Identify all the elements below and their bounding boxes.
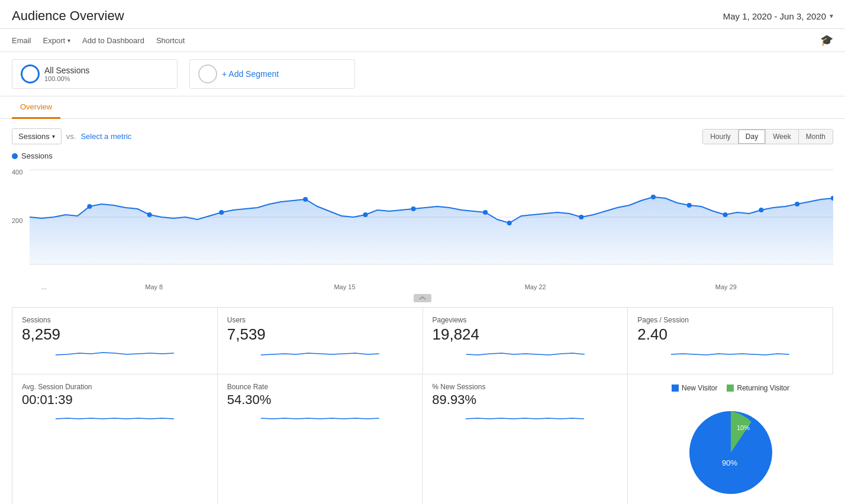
chart-dot bbox=[687, 203, 692, 208]
chart-dot bbox=[87, 204, 92, 209]
date-range-selector[interactable]: May 1, 2020 - Jun 3, 2020 ▾ bbox=[723, 11, 833, 21]
tab-overview[interactable]: Overview bbox=[12, 96, 60, 119]
segment-circle-icon bbox=[21, 64, 40, 83]
export-button[interactable]: Export ▾ bbox=[43, 36, 71, 45]
x-label-may15: May 15 bbox=[249, 283, 440, 290]
pie-returning-pct-text: 10% bbox=[737, 424, 750, 431]
y-axis-400: 400 bbox=[12, 169, 22, 176]
y-axis-200: 200 bbox=[12, 217, 22, 224]
pie-returning-label: Returning Visitor bbox=[737, 384, 789, 392]
add-dashboard-button[interactable]: Add to Dashboard bbox=[82, 36, 144, 45]
sessions-sparkline bbox=[22, 346, 208, 364]
chart-dot bbox=[759, 208, 763, 212]
metric-avg-session-duration: Avg. Session Duration 00:01:39 bbox=[12, 374, 218, 504]
br-sparkline bbox=[227, 410, 413, 428]
metric-pps-label: Pages / Session bbox=[637, 316, 823, 324]
pie-returning-dot bbox=[727, 385, 734, 392]
metrics-grid-bottom: Avg. Session Duration 00:01:39 Bounce Ra… bbox=[12, 374, 628, 504]
metric-bounce-rate: Bounce Rate 54.30% bbox=[218, 374, 423, 504]
time-btn-day[interactable]: Day bbox=[738, 130, 766, 144]
metric-sessions-value: 8,259 bbox=[22, 325, 208, 344]
bottom-section: Avg. Session Duration 00:01:39 Bounce Ra… bbox=[12, 374, 833, 504]
metric-users-value: 7,539 bbox=[227, 325, 413, 344]
metric-asd-value: 00:01:39 bbox=[22, 392, 208, 408]
asd-sparkline bbox=[22, 410, 208, 428]
segment-bar: All Sessions 100.00% + Add Segment bbox=[0, 52, 845, 96]
chart-svg bbox=[30, 164, 833, 270]
pie-legend: New Visitor Returning Visitor bbox=[672, 384, 789, 392]
metric-ns-label: % New Sessions bbox=[432, 383, 618, 391]
x-axis: ... May 8 May 15 May 22 May 29 bbox=[12, 282, 833, 294]
chart-area bbox=[30, 197, 833, 264]
metric-br-label: Bounce Rate bbox=[227, 383, 413, 391]
sessions-chart: 400 200 bbox=[12, 164, 833, 282]
graduation-cap-icon: 🎓 bbox=[820, 34, 833, 46]
toolbar: Email Export ▾ Add to Dashboard Shortcut… bbox=[0, 29, 845, 52]
metric-sessions-label: Sessions bbox=[22, 316, 208, 324]
time-btn-month[interactable]: Month bbox=[799, 130, 833, 144]
metric-selector: Sessions ▾ vs. Select a metric bbox=[12, 128, 131, 144]
chart-dot bbox=[795, 202, 799, 206]
metric-ns-value: 89.93% bbox=[432, 392, 618, 408]
x-label-dots: ... bbox=[41, 283, 47, 290]
chart-dot bbox=[363, 212, 367, 217]
add-segment-circle-icon bbox=[198, 64, 217, 83]
chart-dot bbox=[411, 206, 416, 211]
page-title: Audience Overview bbox=[12, 8, 124, 24]
metrics-grid-top: Sessions 8,259 Users 7,539 Pageviews 19,… bbox=[12, 307, 833, 374]
add-segment-button[interactable]: + Add Segment bbox=[189, 59, 355, 89]
pie-legend-returning: Returning Visitor bbox=[727, 384, 789, 392]
metric-pps-value: 2.40 bbox=[637, 325, 823, 344]
chart-svg-area bbox=[30, 164, 833, 270]
metric-dropdown[interactable]: Sessions ▾ bbox=[12, 128, 62, 144]
metric-pageviews-label: Pageviews bbox=[433, 316, 618, 324]
users-sparkline bbox=[227, 346, 413, 364]
chart-collapse-button[interactable] bbox=[414, 294, 431, 302]
time-buttons-group: Hourly Day Week Month bbox=[702, 129, 833, 144]
vs-label: vs. bbox=[66, 132, 76, 141]
metric-dropdown-chevron: ▾ bbox=[52, 133, 55, 140]
chart-dot bbox=[219, 210, 224, 215]
x-label-may22: May 22 bbox=[440, 283, 631, 290]
chart-section: Sessions ▾ vs. Select a metric Hourly Da… bbox=[0, 119, 845, 302]
pie-chart-svg: 90% 10% bbox=[678, 399, 784, 504]
chart-dot bbox=[723, 212, 728, 217]
shortcut-button[interactable]: Shortcut bbox=[156, 36, 185, 45]
tabs-bar: Overview bbox=[0, 96, 845, 119]
chevron-down-icon: ▾ bbox=[830, 12, 833, 20]
time-btn-hourly[interactable]: Hourly bbox=[703, 130, 738, 144]
chart-dot bbox=[507, 221, 512, 225]
metric-users: Users 7,539 bbox=[218, 308, 423, 374]
help-icon[interactable]: 🎓 bbox=[820, 34, 833, 47]
metric-br-value: 54.30% bbox=[227, 392, 413, 408]
time-btn-week[interactable]: Week bbox=[766, 130, 798, 144]
pie-new-label: New Visitor bbox=[682, 384, 717, 392]
pie-new-dot bbox=[672, 385, 679, 392]
ns-sparkline bbox=[432, 410, 618, 428]
metric-pages-per-session: Pages / Session 2.40 bbox=[628, 308, 833, 374]
export-chevron-icon: ▾ bbox=[67, 37, 70, 44]
pie-legend-new: New Visitor bbox=[672, 384, 717, 392]
pps-sparkline bbox=[637, 346, 823, 364]
sessions-legend-label: Sessions bbox=[21, 151, 53, 160]
x-label-may29: May 29 bbox=[631, 283, 821, 290]
chart-toggle-area bbox=[12, 294, 833, 302]
pie-new-pct-text: 90% bbox=[722, 458, 737, 467]
chart-dot bbox=[651, 195, 656, 199]
metric-pageviews: Pageviews 19,824 bbox=[423, 308, 628, 374]
email-button[interactable]: Email bbox=[12, 36, 31, 45]
metric-pageviews-value: 19,824 bbox=[433, 325, 618, 344]
all-sessions-segment[interactable]: All Sessions 100.00% bbox=[12, 59, 178, 89]
date-range-text: May 1, 2020 - Jun 3, 2020 bbox=[723, 11, 826, 21]
metric-dropdown-label: Sessions bbox=[18, 132, 50, 141]
metric-new-sessions: % New Sessions 89.93% bbox=[422, 374, 628, 504]
select-metric-link[interactable]: Select a metric bbox=[80, 132, 131, 141]
segment-name: All Sessions bbox=[44, 66, 89, 75]
metric-asd-label: Avg. Session Duration bbox=[22, 383, 208, 391]
x-label-may8: May 8 bbox=[59, 283, 249, 290]
pie-chart-section: New Visitor Returning Visitor 90% 10% bbox=[628, 374, 833, 504]
chart-controls: Sessions ▾ vs. Select a metric Hourly Da… bbox=[12, 128, 833, 144]
metric-users-label: Users bbox=[227, 316, 413, 324]
collapse-icon bbox=[419, 296, 426, 300]
chart-dot bbox=[579, 215, 583, 219]
